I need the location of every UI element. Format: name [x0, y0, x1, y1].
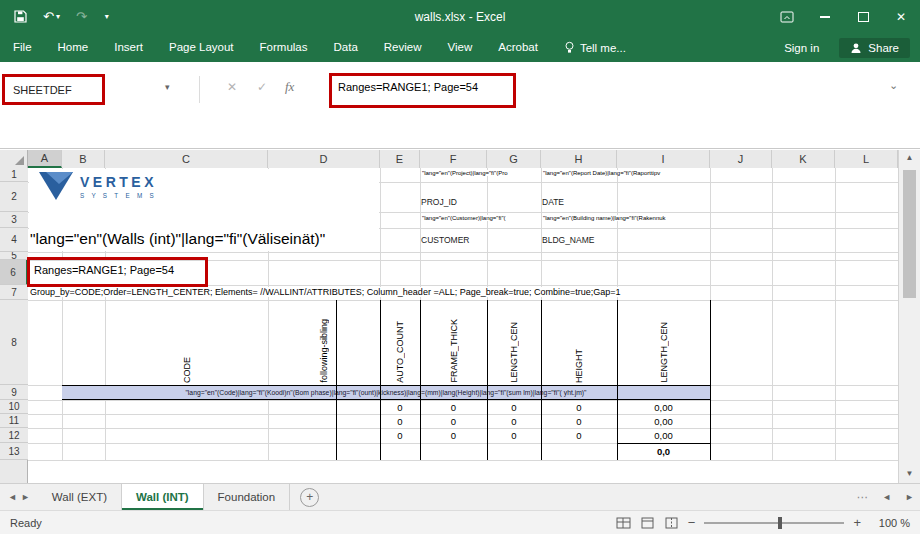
row-header-1[interactable]: 1 — [0, 168, 28, 182]
minimize-button[interactable] — [806, 0, 844, 33]
tab-view[interactable]: View — [435, 33, 486, 62]
hscroll-left-icon[interactable]: ◄ — [882, 492, 891, 502]
formula-bar-expand-icon[interactable]: ⌄ — [889, 79, 898, 92]
cell-f12[interactable]: 0 — [420, 428, 487, 443]
vertical-scrollbar[interactable]: ▲ ▼ — [898, 150, 920, 483]
cell-h8-header[interactable]: HEIGHT — [541, 302, 617, 383]
cell-i11[interactable]: 0,00 — [617, 414, 710, 428]
tab-page-layout[interactable]: Page Layout — [156, 33, 247, 62]
row-header-4[interactable]: 4 — [0, 228, 28, 252]
cell-g8-header[interactable]: LENGTH_CEN — [487, 302, 541, 383]
sheet-tab-foundation[interactable]: Foundation — [204, 484, 291, 510]
cell-a4-title[interactable]: "lang="en"(Walls (int)"|lang="fi"(Välise… — [30, 230, 325, 248]
zoom-slider[interactable] — [704, 522, 844, 524]
column-header-k[interactable]: K — [772, 150, 835, 168]
scroll-down-icon[interactable]: ▼ — [899, 469, 920, 478]
new-sheet-button[interactable]: + — [300, 488, 319, 507]
close-button[interactable]: ✕ — [882, 0, 920, 33]
cell-g10[interactable]: 0 — [487, 400, 541, 414]
zoom-level-label[interactable]: 100 % — [870, 517, 910, 529]
cell-e10[interactable]: 0 — [380, 400, 420, 414]
row-header-12[interactable]: 12 — [0, 428, 28, 443]
column-header-j[interactable]: J — [710, 150, 772, 168]
sheet-tab-wall-int[interactable]: Wall (INT) — [122, 484, 204, 510]
zoom-out-button[interactable]: − — [688, 515, 696, 530]
cell-h11[interactable]: 0 — [541, 414, 617, 428]
save-icon[interactable] — [14, 10, 27, 23]
row-header-13[interactable]: 13 — [0, 443, 28, 460]
ribbon-display-options-button[interactable] — [768, 0, 806, 33]
cell-f8-header[interactable]: FRAME_THICK — [420, 302, 487, 383]
column-header-i[interactable]: I — [617, 150, 710, 168]
row-header-11[interactable]: 11 — [0, 414, 28, 428]
tab-formulas[interactable]: Formulas — [247, 33, 321, 62]
column-header-e[interactable]: E — [380, 150, 420, 168]
cell-f3[interactable]: "lang="en"(Customer)|lang="fi"( — [421, 215, 541, 221]
cell-f1[interactable]: "lang="en"(Project)|lang="fi"(Pro — [421, 170, 541, 176]
redo-button[interactable]: ↷ — [76, 10, 87, 23]
scroll-up-icon[interactable]: ▲ — [899, 153, 920, 162]
undo-button[interactable]: ↶▾ — [43, 10, 60, 23]
sheet-next-icon[interactable]: ► — [21, 492, 30, 502]
cell-g11[interactable]: 0 — [487, 414, 541, 428]
sign-in-link[interactable]: Sign in — [784, 42, 819, 54]
row-header-7[interactable]: 7 — [0, 285, 28, 300]
cell-i13-total[interactable]: 0,0 — [617, 443, 710, 459]
column-header-f[interactable]: F — [420, 150, 487, 168]
maximize-button[interactable] — [844, 0, 882, 33]
tab-acrobat[interactable]: Acrobat — [485, 33, 551, 62]
cell-h1[interactable]: "lang="en"(Report Date)|lang="fi"(Raport… — [542, 170, 709, 176]
cell-h3[interactable]: "lang="en"(Building name)|lang="fi"(Rake… — [542, 215, 709, 221]
customize-qat-button[interactable]: ▾ — [105, 13, 109, 21]
cell-g12[interactable]: 0 — [487, 428, 541, 443]
sheet-tab-wall-ext[interactable]: Wall (EXT) — [38, 484, 122, 510]
cell-h2[interactable]: DATE — [542, 197, 564, 207]
insert-function-button[interactable]: fx — [285, 79, 294, 95]
cell-i12[interactable]: 0,00 — [617, 428, 710, 443]
cell-d8-header[interactable]: following-sibling — [268, 302, 380, 383]
tab-home[interactable]: Home — [45, 33, 102, 62]
hscroll-right-icon[interactable]: ► — [905, 492, 914, 502]
vertical-scrollbar-thumb[interactable] — [903, 170, 916, 298]
column-header-a[interactable]: A — [28, 150, 62, 168]
column-header-g[interactable]: G — [487, 150, 541, 168]
zoom-slider-thumb[interactable] — [778, 517, 782, 529]
row-header-8[interactable]: 8 — [0, 300, 28, 385]
cell-c8-header[interactable]: CODE — [105, 302, 268, 383]
page-layout-view-icon[interactable] — [640, 517, 655, 529]
tell-me-box[interactable]: Tell me... — [551, 41, 639, 54]
table-header-row-9[interactable]: "lang="en"(Code)|lang="fi"(Koodi)n"(Bom … — [62, 385, 710, 400]
cell-h12[interactable]: 0 — [541, 428, 617, 443]
cell-e8-header[interactable]: AUTO_COUNT — [380, 302, 420, 383]
enter-button[interactable]: ✓ — [257, 80, 267, 94]
select-all-button[interactable] — [0, 150, 28, 168]
column-header-d[interactable]: D — [268, 150, 380, 168]
cancel-button[interactable]: ✕ — [227, 80, 237, 94]
cell-f4[interactable]: CUSTOMER — [421, 235, 470, 245]
scrollbar-grip-icon[interactable]: ⋯ — [857, 490, 869, 504]
cell-i10[interactable]: 0,00 — [617, 400, 710, 414]
tab-file[interactable]: File — [0, 33, 45, 62]
cell-f11[interactable]: 0 — [420, 414, 487, 428]
page-break-view-icon[interactable] — [664, 517, 679, 529]
column-header-l[interactable]: L — [835, 150, 898, 168]
normal-view-icon[interactable] — [616, 517, 631, 529]
row-header-6[interactable]: 6 — [0, 260, 28, 285]
zoom-in-button[interactable]: + — [853, 515, 861, 530]
tab-data[interactable]: Data — [321, 33, 371, 62]
tab-review[interactable]: Review — [371, 33, 435, 62]
cell-a7-groupby[interactable]: Group_by=CODE;Order=LENGTH_CENTER; Eleme… — [30, 287, 621, 297]
cell-e11[interactable]: 0 — [380, 414, 420, 428]
column-header-b[interactable]: B — [62, 150, 105, 168]
cell-i8-header[interactable]: LENGTH_CEN — [617, 302, 710, 383]
sheet-prev-icon[interactable]: ◄ — [8, 492, 17, 502]
cell-e12[interactable]: 0 — [380, 428, 420, 443]
tab-insert[interactable]: Insert — [101, 33, 156, 62]
column-header-c[interactable]: C — [105, 150, 268, 168]
share-button[interactable]: Share — [839, 38, 910, 58]
row-header-2[interactable]: 2 — [0, 182, 28, 212]
cell-h10[interactable]: 0 — [541, 400, 617, 414]
name-box-dropdown-icon[interactable]: ▾ — [165, 82, 170, 92]
cell-h4[interactable]: BLDG_NAME — [542, 235, 594, 245]
cell-f2[interactable]: PROJ_ID — [421, 197, 457, 207]
